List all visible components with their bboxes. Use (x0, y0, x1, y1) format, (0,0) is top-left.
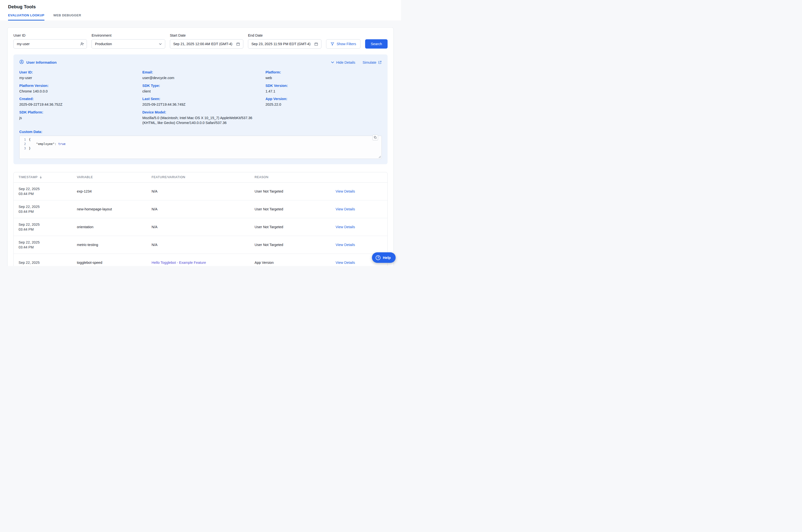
timestamp-cell: Sep 22, 2025 03:44 PM (14, 240, 77, 250)
reason-cell: User Not Targeted (254, 189, 336, 193)
custom-data-section: Custom Data: 1{ 2 "employee": true 3} (19, 130, 382, 159)
calendar-icon[interactable] (314, 42, 318, 46)
view-details-link[interactable]: View Details (336, 189, 355, 193)
start-date-value: Sep 21, 2025 12:00 AM EDT (GMT-4) (173, 42, 232, 46)
start-date-field: Start Date Sep 21, 2025 12:00 AM EDT (GM… (170, 34, 243, 49)
add-user-icon[interactable] (80, 42, 84, 46)
actions-cell: View Details (336, 207, 387, 211)
reason-cell: App Version (254, 261, 336, 265)
table-row: Sep 22, 2025 03:44 PM exp-1234 N/A User … (14, 183, 387, 201)
end-date-label: End Date (248, 34, 321, 37)
hide-details-button[interactable]: Hide Details (331, 60, 355, 64)
code-line-2: 2 "employee": true (20, 142, 381, 146)
user-id-input[interactable] (14, 39, 87, 49)
view-details-link[interactable]: View Details (336, 261, 355, 265)
user-information-title: User Information (19, 60, 57, 65)
evaluations-table: TIMESTAMP VARIABLE FEATURE/VARIATION REA… (14, 172, 387, 266)
view-details-link[interactable]: View Details (336, 207, 355, 211)
column-header-timestamp[interactable]: TIMESTAMP (14, 175, 77, 179)
info-field-created: Created: 2025-09-22T19:44:36.752Z (19, 97, 135, 107)
feature-cell: N/A (152, 243, 254, 247)
column-header-reason: REASON (254, 175, 336, 179)
table-header: TIMESTAMP VARIABLE FEATURE/VARIATION REA… (14, 172, 387, 183)
variable-cell: orientation (77, 225, 152, 229)
column-header-feature-variation: FEATURE/VARIATION (152, 175, 254, 179)
user-information-label: User Information (26, 60, 57, 65)
simulate-button[interactable]: Simulate (363, 60, 382, 64)
chevron-down-icon (159, 42, 162, 46)
page-title: Debug Tools (8, 4, 393, 10)
user-id-input-wrap (14, 39, 87, 49)
feature-link[interactable]: Hello Togglebot - Example Feature (152, 261, 206, 265)
table-row: Sep 22, 2025 03:44 PM orientation N/A Us… (14, 218, 387, 236)
calendar-icon[interactable] (236, 42, 240, 46)
chevron-down-icon (331, 60, 335, 64)
user-information-header: User Information Hide Details Simulate (19, 60, 382, 65)
actions-cell: View Details (336, 243, 387, 247)
timestamp-cell: Sep 22, 2025 03:44 PM (14, 222, 77, 232)
info-field-app-version: App Version: 2025.22.0 (266, 97, 382, 107)
feature-cell: Hello Togglebot - Example Feature (152, 261, 254, 265)
evaluation-lookup-card: User ID Environment Production (7, 27, 394, 266)
info-field-email: Email: user@devcycle.com (142, 70, 259, 80)
variable-cell: new-homepage-layout (77, 207, 152, 211)
variable-cell: togglebot-speed (77, 261, 152, 265)
variable-cell: exp-1234 (77, 189, 152, 193)
user-id-field: User ID (14, 34, 87, 49)
tab-web-debugger[interactable]: WEB DEBUGGER (54, 14, 81, 20)
show-filters-button[interactable]: Show Filters (326, 39, 361, 49)
info-field-last-seen: Last Seen: 2025-09-22T19:44:36.749Z (142, 97, 259, 107)
help-button[interactable]: ? Help (372, 252, 396, 263)
help-label: Help (383, 255, 391, 260)
custom-data-label: Custom Data: (19, 130, 382, 134)
start-date-label: Start Date (170, 34, 243, 37)
variable-cell: metric-testing (77, 243, 152, 247)
tab-evaluation-lookup[interactable]: EVALUATION LOOKUP (8, 14, 44, 20)
feature-cell: N/A (152, 189, 254, 193)
reason-cell: User Not Targeted (254, 207, 336, 211)
user-info-grid: User ID: my-user Email: user@devcycle.co… (19, 70, 382, 126)
actions-cell: View Details (336, 225, 387, 229)
hide-details-label: Hide Details (336, 60, 355, 64)
line-number: 3 (20, 146, 29, 151)
simulate-label: Simulate (363, 60, 376, 64)
end-date-field: End Date Sep 23, 2025 11:59 PM EDT (GMT-… (248, 34, 321, 49)
column-header-variable: VARIABLE (77, 175, 152, 179)
info-field-sdk-type: SDK Type: client (142, 84, 259, 94)
feature-cell: N/A (152, 225, 254, 229)
environment-select[interactable]: Production (92, 39, 165, 49)
info-field-platform: Platform: web (266, 70, 382, 80)
table-row: Sep 22, 2025 togglebot-speed Hello Toggl… (14, 254, 387, 266)
filter-row: User ID Environment Production (14, 34, 387, 49)
code-line-3: 3} (20, 146, 381, 151)
actions-cell: View Details (336, 189, 387, 193)
view-details-link[interactable]: View Details (336, 243, 355, 247)
view-details-link[interactable]: View Details (336, 225, 355, 229)
copy-icon (374, 136, 377, 139)
environment-label: Environment (92, 34, 165, 37)
code-line-1: 1{ (20, 137, 381, 142)
search-button[interactable]: Search (365, 39, 387, 49)
tab-bar: EVALUATION LOOKUP WEB DEBUGGER (8, 14, 393, 20)
end-date-input[interactable]: Sep 23, 2025 11:59 PM EDT (GMT-4) (248, 39, 321, 49)
table-row: Sep 22, 2025 03:44 PM metric-testing N/A… (14, 236, 387, 254)
copy-button[interactable] (373, 135, 378, 140)
content: User ID Environment Production (0, 20, 401, 266)
start-date-input[interactable]: Sep 21, 2025 12:00 AM EDT (GMT-4) (170, 39, 243, 49)
reason-cell: User Not Targeted (254, 243, 336, 247)
table-row: Sep 22, 2025 03:44 PM new-homepage-layou… (14, 201, 387, 218)
app-header: Debug Tools EVALUATION LOOKUP WEB DEBUGG… (0, 0, 401, 20)
resize-handle[interactable] (379, 156, 381, 158)
environment-field: Environment Production (92, 34, 165, 49)
filter-icon (330, 42, 335, 46)
panel-actions: Hide Details Simulate (331, 60, 382, 64)
help-icon: ? (376, 255, 381, 260)
environment-selected-value: Production (95, 42, 112, 46)
user-id-label: User ID (14, 34, 87, 37)
info-field-device-model: Device Model: Mozilla/5.0 (Macintosh; In… (142, 110, 259, 126)
show-filters-wrap: Show Filters (326, 39, 361, 49)
search-wrap: Search (365, 39, 387, 49)
custom-data-editor[interactable]: 1{ 2 "employee": true 3} (19, 136, 382, 159)
line-number: 1 (20, 137, 29, 142)
timestamp-cell: Sep 22, 2025 (14, 260, 77, 265)
